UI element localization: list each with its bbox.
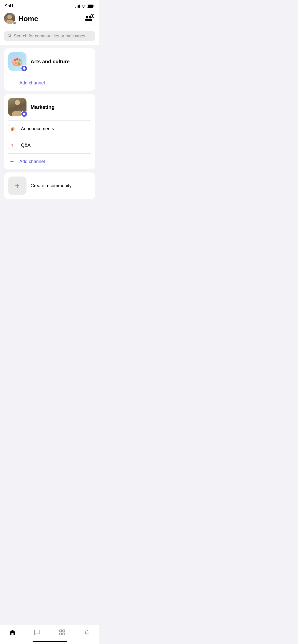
arts-community-header[interactable]: Arts and culture	[4, 48, 95, 75]
arts-add-channel-plus-icon: +	[8, 79, 16, 87]
create-plus-icon: +	[15, 182, 20, 190]
marketing-verified-badge	[21, 111, 28, 117]
marketing-add-channel-plus-icon: +	[8, 158, 16, 165]
svg-line-8	[10, 36, 11, 37]
create-community-card: + Create a community	[4, 172, 95, 199]
main-content: Arts and culture + Add channel Marketing	[0, 45, 99, 202]
signal-icon	[75, 5, 80, 8]
add-community-button[interactable]	[85, 14, 94, 23]
search-container: Search for communities or messages	[0, 29, 99, 45]
status-bar: 9:41	[0, 0, 99, 11]
header: Home	[0, 11, 99, 29]
arts-add-channel-label: Add channel	[19, 80, 45, 86]
arts-community-card: Arts and culture + Add channel	[4, 48, 95, 91]
svg-point-11	[14, 59, 16, 61]
status-icons	[75, 5, 94, 8]
arts-add-channel-button[interactable]: + Add channel	[4, 75, 95, 91]
avatar-dot	[13, 21, 16, 25]
arts-icon-wrap	[8, 52, 26, 71]
search-placeholder: Search for communities or messages	[14, 34, 92, 39]
marketing-add-channel-button[interactable]: + Add channel	[4, 154, 95, 169]
announcements-channel-name: Announcements	[21, 126, 54, 131]
marketing-add-channel-label: Add channel	[19, 159, 45, 164]
arts-verified-badge	[21, 65, 28, 72]
svg-point-15	[15, 62, 17, 64]
qna-channel-name: Q&A	[21, 143, 31, 148]
page-title: Home	[18, 15, 38, 23]
search-bar[interactable]: Search for communities or messages	[4, 31, 95, 41]
announcements-icon	[8, 124, 17, 133]
header-left: Home	[4, 13, 38, 25]
marketing-community-name: Marketing	[31, 104, 55, 110]
svg-point-3	[88, 19, 92, 21]
qna-icon: ?	[8, 141, 17, 150]
marketing-community-card: Marketing Announcements ?	[4, 94, 95, 169]
arts-community-name: Arts and culture	[31, 59, 70, 65]
qna-channel-row[interactable]: ? Q&A	[4, 137, 95, 153]
svg-point-12	[16, 58, 18, 60]
marketing-icon-wrap	[8, 98, 26, 116]
wifi-icon	[82, 5, 86, 8]
svg-text:?: ?	[11, 143, 13, 148]
search-icon	[8, 34, 12, 39]
create-community-button[interactable]: + Create a community	[4, 172, 95, 199]
announcements-channel-row[interactable]: Announcements	[4, 121, 95, 137]
avatar[interactable]	[4, 13, 16, 25]
marketing-community-header[interactable]: Marketing	[4, 94, 95, 120]
svg-point-13	[19, 59, 21, 61]
create-community-plus-box: +	[8, 177, 26, 195]
svg-point-0	[86, 16, 88, 18]
status-time: 9:41	[5, 4, 13, 9]
create-community-label: Create a community	[31, 183, 72, 188]
battery-icon	[87, 5, 94, 8]
